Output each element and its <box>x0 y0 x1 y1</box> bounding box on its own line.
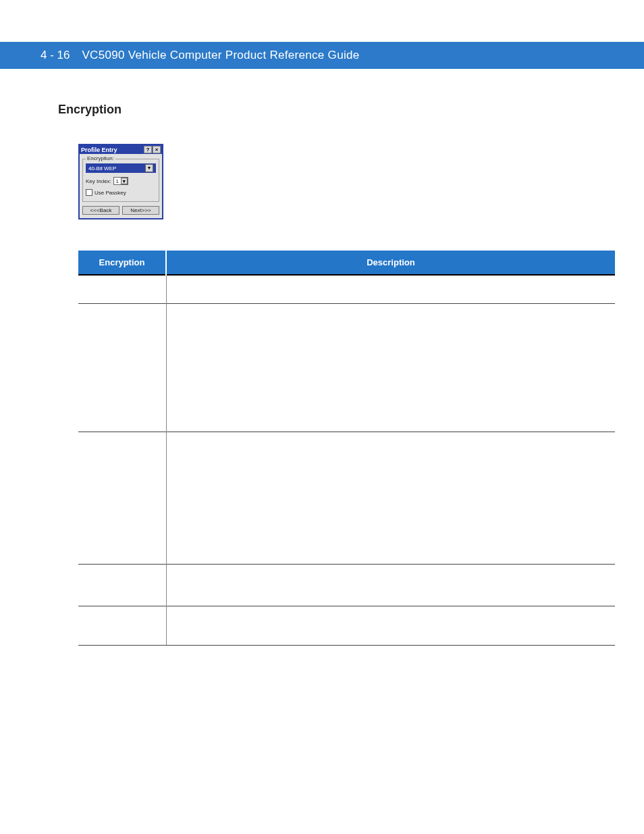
back-button[interactable]: <<<Back <box>82 206 119 215</box>
table-row <box>78 303 615 432</box>
section-heading-encryption: Encryption <box>58 103 603 117</box>
column-header-encryption: Encryption <box>78 251 166 275</box>
dialog-button-row: <<<Back Next>>> <box>82 206 159 215</box>
close-icon[interactable]: × <box>153 146 161 153</box>
page-header-bar: 4 - 16 VC5090 Vehicle Computer Product R… <box>0 42 644 69</box>
dialog-titlebar: Profile Entry ? × <box>80 145 162 154</box>
encryption-select[interactable]: 40-Bit WEP ▼ <box>86 163 156 173</box>
column-header-description: Description <box>166 251 615 275</box>
encryption-table: Encryption Description <box>78 251 615 646</box>
figure-profile-entry-dialog: Profile Entry ? × Encryption: 40-Bit WEP… <box>78 144 603 219</box>
use-passkey-checkbox-row[interactable]: Use Passkey <box>86 189 156 196</box>
key-index-select[interactable]: 1 ▼ <box>113 177 128 185</box>
table-header-row: Encryption Description <box>78 251 615 275</box>
table-row <box>78 564 615 606</box>
profile-entry-dialog: Profile Entry ? × Encryption: 40-Bit WEP… <box>78 144 163 219</box>
chevron-down-icon: ▼ <box>145 164 153 172</box>
encryption-select-value: 40-Bit WEP <box>88 165 145 172</box>
checkbox-icon <box>86 189 92 196</box>
encryption-group: Encryption: 40-Bit WEP ▼ Key Index: 1 ▼ <box>82 159 159 202</box>
document-title: VC5090 Vehicle Computer Product Referenc… <box>82 49 359 62</box>
key-index-row: Key Index: 1 ▼ <box>86 177 156 185</box>
use-passkey-label: Use Passkey <box>95 190 126 196</box>
table-row <box>78 432 615 564</box>
key-index-value: 1 <box>114 178 121 184</box>
chevron-down-icon: ▼ <box>121 178 128 184</box>
encryption-group-label: Encryption: <box>86 155 115 161</box>
table-row <box>78 275 615 303</box>
dialog-title-text: Profile Entry <box>81 147 143 153</box>
dialog-body: Encryption: 40-Bit WEP ▼ Key Index: 1 ▼ <box>80 154 162 218</box>
page-content: Encryption Profile Entry ? × Encryption:… <box>0 69 644 646</box>
key-index-label: Key Index: <box>86 178 111 184</box>
next-button[interactable]: Next>>> <box>122 206 159 215</box>
page: 4 - 16 VC5090 Vehicle Computer Product R… <box>0 42 644 834</box>
page-number: 4 - 16 <box>41 49 70 62</box>
table-row <box>78 606 615 645</box>
help-icon[interactable]: ? <box>144 146 152 153</box>
